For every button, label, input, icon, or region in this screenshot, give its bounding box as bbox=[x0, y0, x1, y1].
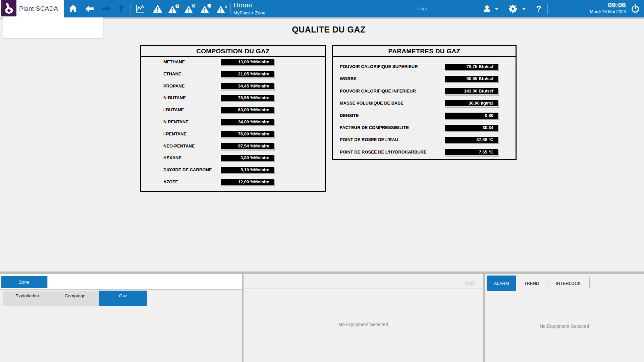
composition-panel-title: COMPOSITION DU GAZ bbox=[141, 46, 325, 57]
alarm-unacknowledged-icon[interactable] bbox=[167, 0, 180, 17]
alarm-disabled-icon[interactable] bbox=[183, 0, 197, 17]
tab-exploitation[interactable]: Exploitation bbox=[3, 291, 51, 306]
value-display: 30,34 bbox=[445, 124, 498, 131]
row-label: ETHANE bbox=[163, 71, 181, 77]
row-label: I-PENTANE bbox=[163, 131, 186, 137]
value-display: 78,75 Btu/scf bbox=[445, 63, 498, 70]
value-display: 21,85 %Molaire bbox=[220, 71, 274, 77]
value-display: 143,00 Btu/scf bbox=[445, 88, 498, 95]
header-divider bbox=[530, 3, 530, 14]
row-label: N-PENTANE bbox=[163, 119, 189, 125]
tab-gaz[interactable]: Gaz bbox=[99, 291, 147, 306]
parametres-panel: PARAMETRES DU GAZ POUVOIR CALORIFIQUE SU… bbox=[332, 45, 517, 160]
row-label: N-BUTANE bbox=[163, 95, 186, 101]
plant-scada-logo-icon[interactable] bbox=[1, 0, 16, 16]
row-label: HEXANE bbox=[163, 155, 181, 161]
tab-interlock[interactable]: INTERLOCK bbox=[547, 276, 589, 291]
alarm-hardware-icon[interactable] bbox=[199, 0, 213, 17]
tab-trend[interactable]: TREND bbox=[516, 276, 547, 291]
divider bbox=[485, 291, 644, 291]
page-title: QUALITE DU GAZ bbox=[221, 25, 436, 35]
help-icon[interactable]: ? bbox=[532, 0, 545, 17]
alarm-recent-count: 5 bbox=[225, 4, 227, 9]
row-label: AZOTE bbox=[163, 179, 178, 185]
header-divider bbox=[547, 3, 548, 14]
value-display: 87,88 °C bbox=[445, 136, 498, 143]
no-equipment-message: No Equipment Selected bbox=[244, 322, 483, 327]
divider bbox=[47, 276, 48, 288]
value-display: 7,65 °C bbox=[445, 149, 498, 156]
up-icon[interactable] bbox=[114, 0, 128, 17]
home-icon[interactable] bbox=[66, 0, 80, 17]
row-label: POINT DE ROSEE DE L'EAU bbox=[340, 136, 398, 143]
user-dropdown-caret-icon[interactable] bbox=[495, 8, 499, 10]
no-equipment-message: No Equipment Selected bbox=[485, 323, 644, 329]
value-display: 9,10 %Molaire bbox=[220, 167, 274, 173]
alarm-recent-icon[interactable]: 5 bbox=[215, 0, 229, 17]
composition-panel: COMPOSITION DU GAZ METHANE 13,00 %Molair… bbox=[140, 45, 326, 192]
tab-zone[interactable]: Zone bbox=[1, 276, 47, 288]
brand-area: Plant SCADA bbox=[0, 0, 64, 17]
header-bar: Plant SCADA bbox=[0, 0, 644, 17]
empty-menu-panel bbox=[3, 17, 103, 38]
trend-chart-icon[interactable] bbox=[133, 0, 147, 17]
bottom-section: Zone Exploitation Comptage Gaz OOS No Eq… bbox=[0, 272, 644, 362]
user-account-icon[interactable] bbox=[480, 0, 494, 17]
power-shutdown-icon[interactable] bbox=[629, 0, 642, 17]
row-label: POINT DE ROSEE DE L'HYDROCARBURE bbox=[340, 149, 427, 156]
alarm-summary-icon[interactable] bbox=[151, 0, 164, 17]
settings-dropdown-caret-icon[interactable] bbox=[522, 8, 526, 10]
value-display: 90,85 Btu/scf bbox=[445, 75, 498, 82]
time-display: 09:06 bbox=[567, 1, 626, 9]
user-label: User: bbox=[417, 0, 428, 17]
value-display: 0,80 bbox=[445, 112, 498, 119]
row-label: DIOXIDE DE CARBONE bbox=[163, 167, 212, 173]
row-label: WOBBE bbox=[340, 75, 357, 82]
row-label: MASSE VOLUMIQUE DE BASE bbox=[340, 100, 404, 107]
row-label: METHANE bbox=[163, 59, 185, 65]
header-divider bbox=[504, 3, 504, 14]
row-label: POUVOIR CALORIFIQUE SUPERIEUR bbox=[340, 63, 418, 70]
value-display: 34,00 %Molaire bbox=[220, 119, 274, 125]
date-display: Mardi 16 Mai 2023 bbox=[567, 9, 626, 14]
clock: 09:06 Mardi 16 Mai 2023 bbox=[567, 1, 626, 14]
pane-divider bbox=[242, 274, 244, 362]
divider bbox=[0, 289, 242, 290]
pane-divider bbox=[483, 274, 485, 362]
forward-icon[interactable] bbox=[99, 0, 113, 17]
divider bbox=[589, 277, 590, 288]
row-label: PROPANE bbox=[163, 83, 184, 89]
value-display: 76,00 %Molaire bbox=[220, 131, 274, 137]
value-display: 36,00 kg/m3 bbox=[445, 100, 498, 107]
breadcrumb[interactable]: MyPlant > Zone bbox=[233, 10, 265, 15]
header-divider bbox=[130, 3, 130, 14]
back-icon[interactable] bbox=[83, 0, 96, 17]
tab-comptage[interactable]: Comptage bbox=[51, 291, 99, 306]
page-nav-title[interactable]: Home bbox=[233, 1, 252, 9]
tab-alarm[interactable]: ALARM bbox=[487, 276, 516, 291]
header-divider bbox=[148, 3, 148, 14]
divider bbox=[326, 276, 326, 288]
row-label: I-BUTANE bbox=[163, 107, 184, 113]
value-display: 63,00 %Molaire bbox=[220, 107, 274, 113]
parametres-panel-title: PARAMETRES DU GAZ bbox=[333, 46, 516, 57]
row-label: NEO-PENTANE bbox=[163, 143, 195, 149]
row-label: FACTEUR DE COMPRESSIBILITE bbox=[340, 124, 409, 131]
settings-gear-icon[interactable] bbox=[506, 0, 520, 17]
header-divider bbox=[230, 3, 231, 14]
row-label: POUVOIR CALORIFIQUE INFERIEUR bbox=[340, 88, 416, 95]
row-label: DENSITE bbox=[340, 112, 359, 119]
value-display: 12,00 %Molaire bbox=[220, 179, 274, 185]
value-display: 3,80 %Molaire bbox=[220, 155, 274, 161]
value-display: 78,55 %Molaire bbox=[220, 95, 274, 101]
section-divider bbox=[0, 272, 644, 274]
value-display: 97,54 %Molaire bbox=[220, 143, 274, 149]
tab-oos[interactable]: OOS bbox=[457, 281, 483, 286]
value-display: 13,00 %Molaire bbox=[220, 59, 274, 65]
header-divider bbox=[414, 3, 414, 14]
divider bbox=[244, 289, 483, 289]
value-display: 34,45 %Molaire bbox=[220, 83, 274, 89]
brand-name: Plant SCADA bbox=[19, 0, 58, 17]
